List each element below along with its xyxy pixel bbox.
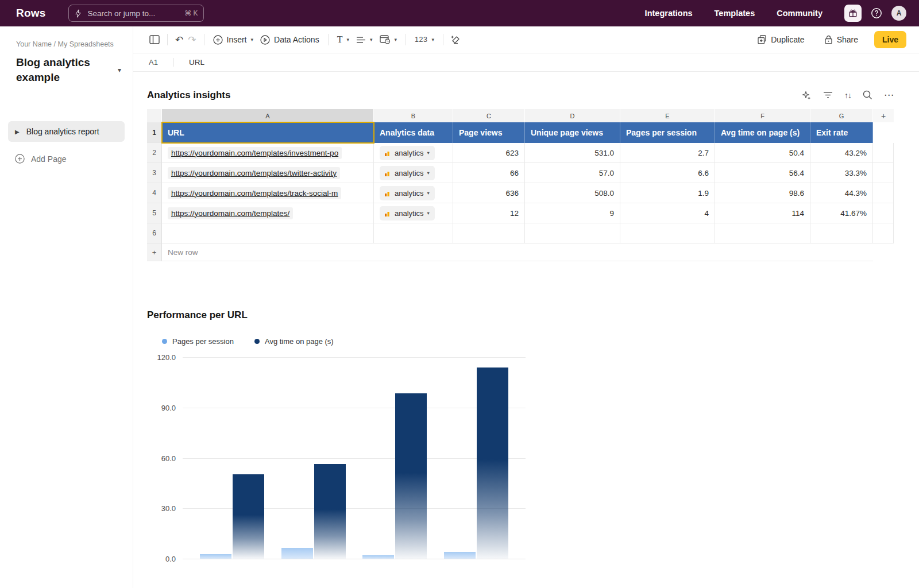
gift-button[interactable] (844, 5, 862, 22)
cell-exit-rate[interactable]: 41.67% (810, 203, 873, 223)
bar-pages-per-session[interactable] (281, 548, 313, 559)
live-button[interactable]: Live (874, 31, 906, 48)
filter-button[interactable] (823, 91, 833, 99)
analytics-integration-chip[interactable]: analytics ▾ (380, 186, 435, 200)
cell-f1[interactable]: Avg time on page (s) (715, 122, 810, 143)
breadcrumb-section[interactable]: My Spreadsheets (58, 40, 114, 48)
cell-unique-page-views[interactable]: 531.0 (525, 143, 620, 163)
cell-url[interactable]: https://yourdomain.com/templates/investm… (162, 143, 374, 163)
rows-logo[interactable]: Rows (16, 7, 45, 20)
column-header-f[interactable]: F (715, 109, 810, 122)
bar-avg-time-on-page-s[interactable] (477, 368, 508, 559)
redo-button[interactable]: ↷ (186, 32, 198, 48)
breadcrumb-owner[interactable]: Your Name (16, 40, 52, 48)
cell-analytics-data[interactable]: analytics ▾ (374, 163, 453, 183)
spreadsheet-title-menu[interactable]: Blog analytics example ▾ (16, 55, 125, 84)
empty-cell[interactable] (453, 223, 525, 243)
cell-avg-time[interactable]: 98.6 (715, 183, 810, 203)
bar-pages-per-session[interactable] (444, 552, 476, 559)
legend-avg-time[interactable]: Avg time on page (s) (254, 337, 334, 346)
add-row-button[interactable]: + (147, 243, 162, 261)
empty-cell[interactable] (162, 223, 374, 243)
new-row-label[interactable]: New row (162, 243, 873, 261)
cell-pages-per-session[interactable]: 6.6 (620, 163, 715, 183)
cell-avg-time[interactable]: 50.4 (715, 143, 810, 163)
analytics-integration-chip[interactable]: analytics ▾ (380, 146, 435, 160)
empty-cell[interactable] (715, 223, 810, 243)
add-page-button[interactable]: Add Page (8, 149, 125, 169)
bar-avg-time-on-page-s[interactable] (314, 464, 346, 559)
bar-avg-time-on-page-s[interactable] (233, 474, 264, 559)
toggle-sidebar-button[interactable] (147, 32, 162, 47)
row-number[interactable]: 3 (147, 163, 162, 183)
avatar[interactable]: A (891, 6, 906, 21)
url-link[interactable]: https://yourdomain.com/templates/track-s… (168, 187, 341, 199)
cell-unique-page-views[interactable]: 57.0 (525, 163, 620, 183)
column-header-b[interactable]: B (374, 109, 453, 122)
more-options-button[interactable]: ⋯ (884, 89, 894, 101)
column-header-e[interactable]: E (620, 109, 715, 122)
cell-format-button[interactable]: ▾ (376, 32, 401, 47)
number-format-button[interactable]: 123 ▾ (411, 33, 438, 47)
table-title[interactable]: Analytics insights (147, 90, 230, 101)
column-header-d[interactable]: D (525, 109, 620, 122)
cell-d1[interactable]: Unique page views (525, 122, 620, 143)
cell-exit-rate[interactable]: 33.3% (810, 163, 873, 183)
sidebar-page-blog-analytics-report[interactable]: ▶ Blog analytics report (8, 121, 125, 142)
cell-unique-page-views[interactable]: 9 (525, 203, 620, 223)
undo-button[interactable]: ↶ (173, 32, 186, 48)
cell-c1[interactable]: Page views (453, 122, 525, 143)
ai-insights-button[interactable] (801, 90, 812, 100)
cell-page-views[interactable]: 636 (453, 183, 525, 203)
cell-a1-selected[interactable]: URL (162, 122, 374, 143)
cell-page-views[interactable]: 623 (453, 143, 525, 163)
cell-g1[interactable]: Exit rate (810, 122, 873, 143)
column-header-c[interactable]: C (453, 109, 525, 122)
analytics-integration-chip[interactable]: analytics ▾ (380, 166, 435, 180)
cell-pages-per-session[interactable]: 1.9 (620, 183, 715, 203)
cell-avg-time[interactable]: 114 (715, 203, 810, 223)
empty-cell[interactable] (620, 223, 715, 243)
row-number[interactable]: 4 (147, 183, 162, 203)
search-input[interactable] (86, 9, 180, 18)
empty-cell[interactable] (374, 223, 453, 243)
cell-page-views[interactable]: 12 (453, 203, 525, 223)
cell-pages-per-session[interactable]: 2.7 (620, 143, 715, 163)
sort-button[interactable]: ↑↓ (844, 91, 851, 100)
cell-unique-page-views[interactable]: 508.0 (525, 183, 620, 203)
bar-pages-per-session[interactable] (200, 554, 231, 559)
cell-b1[interactable]: Analytics data (374, 122, 453, 143)
cell-avg-time[interactable]: 56.4 (715, 163, 810, 183)
insert-button[interactable]: Insert ▾ (210, 32, 257, 48)
search-table-button[interactable] (863, 90, 872, 100)
column-header-a[interactable]: A (162, 109, 374, 122)
row-number[interactable]: 2 (147, 143, 162, 163)
column-header-g[interactable]: G (810, 109, 873, 122)
bar-pages-per-session[interactable] (362, 555, 394, 559)
bar-avg-time-on-page-s[interactable] (395, 393, 427, 559)
url-link[interactable]: https://yourdomain.com/templates/investm… (168, 147, 342, 159)
cell-pages-per-session[interactable]: 4 (620, 203, 715, 223)
cell-analytics-data[interactable]: analytics ▾ (374, 143, 453, 163)
text-style-button[interactable]: T ▾ (334, 32, 353, 48)
alignment-button[interactable]: ▾ (353, 33, 376, 47)
cell-exit-rate[interactable]: 44.3% (810, 183, 873, 203)
cell-url[interactable]: https://yourdomain.com/templates/track-s… (162, 183, 374, 203)
nav-community[interactable]: Community (777, 9, 823, 18)
formula-input[interactable]: URL (174, 58, 919, 67)
analytics-integration-chip[interactable]: analytics ▾ (380, 206, 435, 220)
row-number[interactable]: 5 (147, 203, 162, 223)
nav-integrations[interactable]: Integrations (645, 9, 693, 18)
share-button[interactable]: Share (821, 32, 862, 47)
cell-analytics-data[interactable]: analytics ▾ (374, 183, 453, 203)
url-link[interactable]: https://yourdomain.com/templates/ (168, 207, 293, 219)
data-actions-button[interactable]: Data Actions (257, 32, 323, 48)
cell-analytics-data[interactable]: analytics ▾ (374, 203, 453, 223)
add-column-button[interactable]: + (873, 109, 894, 122)
chart-title[interactable]: Performance per URL (147, 310, 894, 321)
url-link[interactable]: https://yourdomain.com/templates/twitter… (168, 167, 340, 179)
cell-exit-rate[interactable]: 43.2% (810, 143, 873, 163)
clear-formatting-button[interactable] (449, 32, 464, 48)
legend-pages-per-session[interactable]: Pages per session (162, 337, 234, 346)
row-number[interactable]: 6 (147, 223, 162, 243)
